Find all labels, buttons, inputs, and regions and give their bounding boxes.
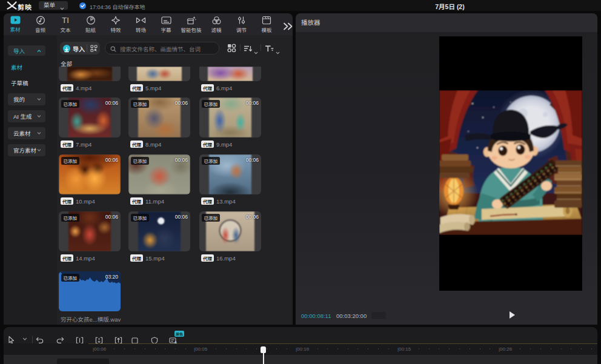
svg-text:TI: TI [62, 16, 69, 25]
